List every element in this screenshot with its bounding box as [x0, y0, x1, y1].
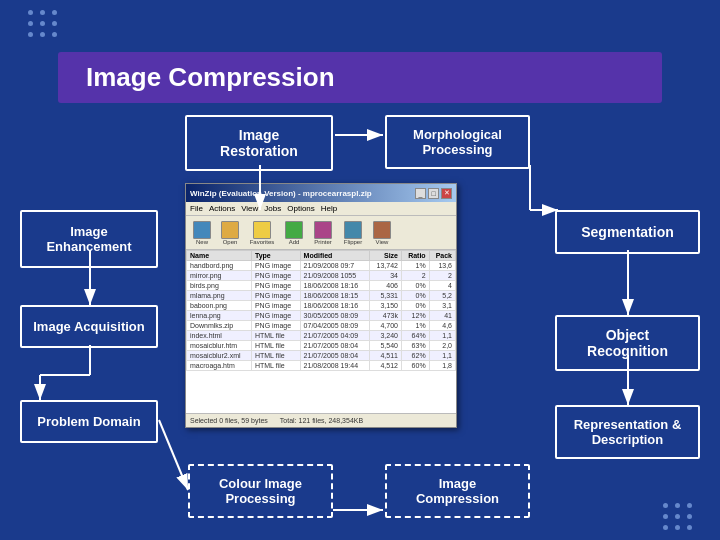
maximize-button[interactable]: □	[428, 188, 439, 199]
table-cell: 1,1	[429, 331, 455, 341]
table-cell: 4,700	[369, 321, 401, 331]
menu-actions[interactable]: Actions	[209, 204, 235, 213]
table-cell: 30/05/2005 08:09	[300, 311, 369, 321]
table-cell: HTML file	[251, 331, 300, 341]
col-name: Name	[187, 251, 252, 261]
toolbar-flipper[interactable]: Flipper	[339, 221, 367, 245]
toolbar-printer[interactable]: Printer	[309, 221, 337, 245]
table-cell: 0%	[402, 301, 430, 311]
object-recognition-box: Object Recognition	[555, 315, 700, 371]
table-cell: baboon.png	[187, 301, 252, 311]
window-title: WinZip (Evaluation Version) - mprocearra…	[190, 189, 372, 198]
table-cell: 5,2	[429, 291, 455, 301]
toolbar-view[interactable]: View	[369, 221, 395, 245]
table-row[interactable]: handbord.pngPNG image21/09/2008 09:713,7…	[187, 261, 456, 271]
table-row[interactable]: mirror.pngPNG image21/09/2008 10553422	[187, 271, 456, 281]
table-row[interactable]: Downmlks.zipPNG image07/04/2005 08:094,7…	[187, 321, 456, 331]
window-titlebar: WinZip (Evaluation Version) - mprocearra…	[186, 184, 456, 202]
table-cell: PNG image	[251, 321, 300, 331]
col-modified: Modified	[300, 251, 369, 261]
table-cell: 21/07/2005 08:04	[300, 351, 369, 361]
table-cell: 21/09/2008 1055	[300, 271, 369, 281]
table-row[interactable]: index.htmlHTML file21/07/2005 04:093,240…	[187, 331, 456, 341]
decorative-dots-topleft	[28, 10, 57, 37]
table-cell: 5,331	[369, 291, 401, 301]
toolbar-favorites[interactable]: Favorites	[245, 221, 279, 245]
col-ratio: Ratio	[402, 251, 430, 261]
table-cell: 3,240	[369, 331, 401, 341]
title-banner: Image Compression	[58, 52, 662, 103]
problem-domain-box: Problem Domain	[20, 400, 158, 443]
colour-image-processing-box: Colour Image Processing	[188, 464, 333, 518]
table-cell: mosaicblur2.xml	[187, 351, 252, 361]
table-cell: 18/06/2008 18:16	[300, 281, 369, 291]
table-row[interactable]: mosaicblur.htmHTML file21/07/2005 08:045…	[187, 341, 456, 351]
toolbar-new[interactable]: New	[189, 221, 215, 245]
table-cell: PNG image	[251, 311, 300, 321]
table-cell: 3,150	[369, 301, 401, 311]
window-filelist[interactable]: Name Type Modified Size Ratio Pack handb…	[186, 250, 456, 413]
table-cell: 62%	[402, 351, 430, 361]
toolbar-open[interactable]: Open	[217, 221, 243, 245]
table-cell: 2	[402, 271, 430, 281]
table-cell: PNG image	[251, 291, 300, 301]
menu-jobs[interactable]: Jobs	[264, 204, 281, 213]
table-cell: 4,511	[369, 351, 401, 361]
col-pack: Pack	[429, 251, 455, 261]
table-cell: 18/06/2008 18:15	[300, 291, 369, 301]
representation-description-box: Representation & Description	[555, 405, 700, 459]
table-cell: 5,540	[369, 341, 401, 351]
table-cell: 4,6	[429, 321, 455, 331]
svg-line-11	[159, 420, 188, 490]
table-cell: 3,1	[429, 301, 455, 311]
table-cell: 1%	[402, 261, 430, 271]
table-row[interactable]: mosaicblur2.xmlHTML file21/07/2005 08:04…	[187, 351, 456, 361]
table-row[interactable]: birds.pngPNG image18/06/2008 18:164060%4	[187, 281, 456, 291]
col-size: Size	[369, 251, 401, 261]
table-cell: 2	[429, 271, 455, 281]
table-cell: 2,0	[429, 341, 455, 351]
table-cell: mirror.png	[187, 271, 252, 281]
table-cell: 1,1	[429, 351, 455, 361]
window-controls[interactable]: _ □ ✕	[415, 188, 452, 199]
close-button[interactable]: ✕	[441, 188, 452, 199]
table-cell: 0%	[402, 291, 430, 301]
table-cell: 21/07/2005 04:09	[300, 331, 369, 341]
table-cell: macroaga.htm	[187, 361, 252, 371]
table-row[interactable]: lenna.pngPNG image30/05/2005 08:09473k12…	[187, 311, 456, 321]
image-acquisition-box: Image Acquisition	[20, 305, 158, 348]
table-cell: lenna.png	[187, 311, 252, 321]
table-cell: PNG image	[251, 271, 300, 281]
table-cell: mlama.png	[187, 291, 252, 301]
table-row[interactable]: macroaga.htmHTML file21/08/2008 19:444,5…	[187, 361, 456, 371]
image-enhancement-box: Image Enhancement	[20, 210, 158, 268]
table-cell: 21/08/2008 19:44	[300, 361, 369, 371]
table-cell: 64%	[402, 331, 430, 341]
table-cell: 13,742	[369, 261, 401, 271]
table-cell: index.html	[187, 331, 252, 341]
minimize-button[interactable]: _	[415, 188, 426, 199]
table-row[interactable]: baboon.pngPNG image18/06/2008 18:163,150…	[187, 301, 456, 311]
table-cell: 4	[429, 281, 455, 291]
toolbar-add[interactable]: Add	[281, 221, 307, 245]
statusbar-selected: Selected 0 files, 59 bytes	[190, 417, 268, 424]
menu-help[interactable]: Help	[321, 204, 337, 213]
menu-options[interactable]: Options	[287, 204, 315, 213]
menu-view[interactable]: View	[241, 204, 258, 213]
menu-file[interactable]: File	[190, 204, 203, 213]
col-type: Type	[251, 251, 300, 261]
window-toolbar: New Open Favorites Add Printer Flipper	[186, 216, 456, 250]
table-cell: 4,512	[369, 361, 401, 371]
table-row[interactable]: mlama.pngPNG image18/06/2008 18:155,3310…	[187, 291, 456, 301]
decorative-dots-bottomright	[663, 503, 692, 530]
table-cell: Downmlks.zip	[187, 321, 252, 331]
table-cell: 1%	[402, 321, 430, 331]
table-cell: PNG image	[251, 281, 300, 291]
table-cell: 12%	[402, 311, 430, 321]
table-cell: 13,6	[429, 261, 455, 271]
table-cell: 0%	[402, 281, 430, 291]
statusbar-total: Total: 121 files, 248,354KB	[280, 417, 363, 424]
image-compression-bottom-box: Image Compression	[385, 464, 530, 518]
table-cell: birds.png	[187, 281, 252, 291]
table-cell: 60%	[402, 361, 430, 371]
